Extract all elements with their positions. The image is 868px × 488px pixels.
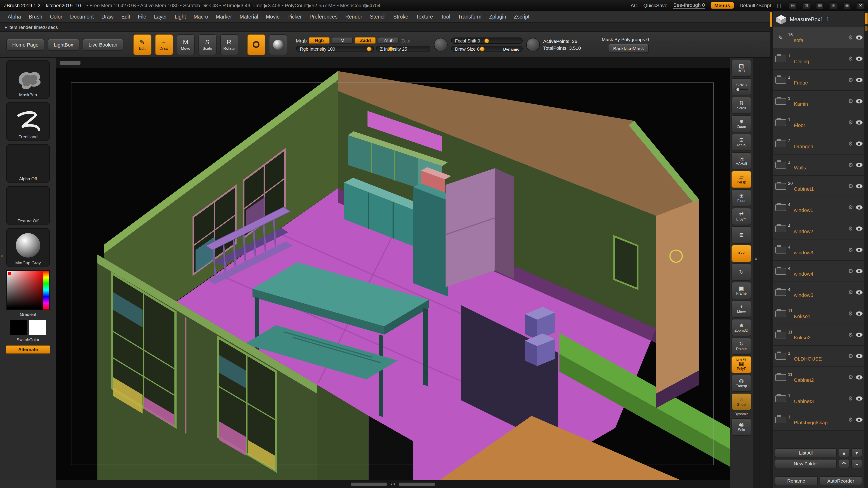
tray-collapse-arrows[interactable]: ‹›: [754, 256, 757, 261]
menu-material[interactable]: Material: [237, 12, 261, 21]
shelf-rotate-button[interactable]: ↻Rotate: [732, 337, 751, 355]
shelf-aahalf-button[interactable]: ½AAHalf: [732, 152, 751, 169]
monitor-icon[interactable]: ⊡: [802, 2, 810, 9]
subtool-row-window3[interactable]: 4window3⚙: [773, 239, 864, 261]
gear-icon[interactable]: ⚙: [848, 204, 853, 210]
round-dial-right[interactable]: [526, 38, 539, 51]
scroll-thumb[interactable]: [60, 61, 81, 65]
eye-icon[interactable]: [856, 332, 863, 337]
eye-icon[interactable]: [856, 184, 863, 188]
color-picker[interactable]: [6, 270, 50, 310]
menu-edit[interactable]: Edit: [118, 12, 133, 21]
menu-draw[interactable]: Draw: [98, 12, 117, 21]
eye-icon[interactable]: [856, 269, 863, 273]
scroll-thumb[interactable]: [865, 13, 868, 24]
close-icon[interactable]: ✕: [857, 2, 864, 9]
tray-left-scrollbar[interactable]: [770, 11, 773, 488]
shelf-dynamic-button[interactable]: Dynamic: [732, 412, 751, 417]
round-dial-left[interactable]: [434, 38, 447, 51]
stroke-selector[interactable]: FreeHand: [6, 102, 50, 141]
menu-macro[interactable]: Macro: [191, 12, 211, 21]
menu-picker[interactable]: Picker: [284, 12, 305, 21]
hue-strip[interactable]: [43, 271, 49, 310]
gear-icon[interactable]: ⚙: [848, 268, 853, 274]
main-color-swatch[interactable]: [10, 320, 27, 335]
shelf-zoom-button[interactable]: ⊕Zoom: [732, 115, 751, 132]
edit-button[interactable]: ✎Edit: [133, 34, 151, 55]
draw-size-slider[interactable]: Draw Size 64Dynamic: [451, 45, 522, 52]
shelf-spin-button[interactable]: ↻: [732, 263, 751, 281]
shelf-solo-button[interactable]: ◉Solo: [732, 418, 751, 435]
eye-icon[interactable]: [856, 226, 863, 231]
mask-by-polygroups[interactable]: Mask By Polygroups 0: [602, 36, 649, 42]
stroke-type-button[interactable]: [247, 34, 265, 55]
rotate-button[interactable]: RRotate: [220, 34, 238, 55]
shelf-actual-button[interactable]: ⊡Actual: [732, 134, 751, 151]
menu-document[interactable]: Document: [67, 12, 97, 21]
canvas-bottom-scrollbar[interactable]: ▲▼: [56, 480, 730, 488]
scale-button[interactable]: SScale: [198, 34, 216, 55]
m-button[interactable]: M: [332, 37, 353, 44]
alpha-selector[interactable]: Alpha Off: [6, 144, 50, 183]
slider-nub[interactable]: [480, 46, 485, 51]
zsub-button[interactable]: Zsub: [378, 37, 399, 44]
scroll-thumb[interactable]: [399, 482, 435, 486]
gear-icon[interactable]: ⚙: [848, 225, 853, 232]
menu-color[interactable]: Color: [47, 12, 66, 21]
gear-icon[interactable]: ⚙: [848, 247, 853, 253]
shelf-frame-button[interactable]: ▣Frame: [732, 282, 751, 299]
slider-nub[interactable]: [484, 38, 489, 43]
scroll-thumb[interactable]: [351, 482, 387, 486]
gear-icon[interactable]: ⚙: [848, 311, 853, 317]
secondary-color-swatch[interactable]: [29, 320, 46, 335]
menu-marker[interactable]: Marker: [213, 12, 235, 21]
new-folder-button[interactable]: New Folder: [775, 459, 837, 468]
live-boolean-button[interactable]: Live Boolean: [83, 39, 123, 51]
slider-nub[interactable]: [388, 46, 393, 52]
lock-icon[interactable]: ⊙: [830, 2, 837, 9]
subtool-row-walls[interactable]: 1Walls⚙: [773, 155, 864, 176]
subtool-row-cabinet1[interactable]: 20Cabinet1⚙: [773, 176, 864, 197]
scroll-thumb[interactable]: [770, 12, 772, 27]
menu-layer[interactable]: Layer: [151, 12, 170, 21]
saturation-square[interactable]: [7, 271, 43, 310]
menu-zscript[interactable]: Zscript: [510, 12, 532, 21]
subtool-row-kokso1[interactable]: 11Kokso1⚙: [773, 303, 864, 324]
gear-icon[interactable]: ⚙: [848, 289, 853, 295]
spix-mini-slider[interactable]: [735, 89, 748, 90]
shelf-polyf-button[interactable]: Line Fill▦PolyF: [732, 356, 751, 373]
draw-button[interactable]: +Draw: [155, 34, 173, 55]
active-tool-header[interactable]: MeasureBox1_1: [773, 11, 864, 27]
panel-collapse-arrows[interactable]: ‹›: [0, 253, 2, 258]
eye-icon[interactable]: [856, 248, 863, 252]
subtool-row-window2[interactable]: 4window2⚙: [773, 218, 864, 239]
eye-icon[interactable]: [856, 99, 863, 103]
ac-label[interactable]: AC: [631, 3, 638, 8]
gear-icon[interactable]: ⚙: [848, 417, 853, 423]
gear-icon[interactable]: ⚙: [848, 34, 853, 41]
scroll-arrows-icon[interactable]: ▲▼: [390, 482, 396, 486]
shelf-zoom3d-button[interactable]: ⊕Zoom3D: [732, 319, 751, 336]
quicksave-button[interactable]: QuickSave: [643, 3, 667, 8]
zadd-button[interactable]: Zadd: [355, 37, 376, 44]
texture-selector[interactable]: Texture Off: [6, 186, 50, 225]
scroll-thumb[interactable]: [865, 26, 868, 31]
gradient-label[interactable]: Gradient: [20, 312, 36, 317]
gear-icon[interactable]: ⚙: [848, 77, 853, 83]
material-selector[interactable]: MatCap Gray: [6, 228, 50, 267]
shelf-xyz-button[interactable]: XYZ: [732, 245, 751, 262]
shelf-ghost-button[interactable]: ◌Ghost: [732, 393, 751, 410]
default-zscript-label[interactable]: DefaultZScript: [740, 3, 771, 8]
palette-icon[interactable]: ▦: [816, 2, 824, 9]
subtool-row-cabinet2[interactable]: 11Cabinet2⚙: [773, 367, 864, 388]
eye-icon[interactable]: [856, 396, 863, 401]
z-intensity-slider[interactable]: Z Intensity 25: [376, 46, 430, 52]
subtool-row-window1[interactable]: 4window1⚙: [773, 197, 864, 218]
menus-button[interactable]: Menus: [711, 2, 734, 8]
eye-icon[interactable]: [856, 57, 863, 61]
eye-icon[interactable]: [856, 375, 863, 380]
tray-right-scrollbar[interactable]: [864, 11, 868, 488]
eye-icon[interactable]: [856, 163, 863, 167]
folder-insert-button[interactable]: ↳: [851, 459, 862, 468]
brush-selector[interactable]: MaskPen: [6, 60, 50, 99]
